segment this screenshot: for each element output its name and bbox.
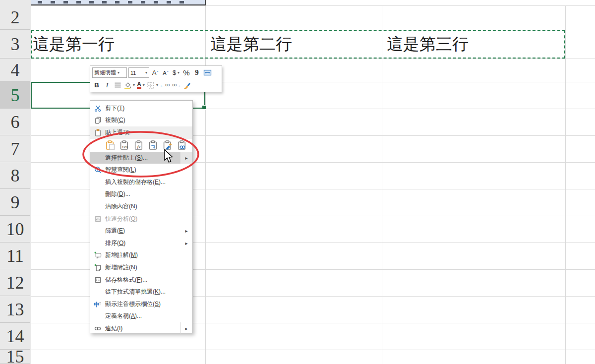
mini-toolbar: 新細明體 ▾ 11 ▾ Aˆ Aˇ $ ▾ % 9 xyxy=(90,65,222,92)
row-header-2[interactable]: 2 xyxy=(0,5,30,30)
menu-item-quick-analysis: 快速分析(Q) xyxy=(90,213,192,225)
italic-button[interactable]: I xyxy=(103,80,112,90)
row1-partial-cell[interactable] xyxy=(31,0,206,5)
paste-transpose-icon xyxy=(148,140,159,150)
submenu-arrow-icon: ▸ xyxy=(180,322,192,335)
menu-item-define-name[interactable]: 定義名稱(A)... xyxy=(90,310,192,323)
row-header-10[interactable]: 10 xyxy=(0,216,30,243)
font-name-value: 新細明體 xyxy=(94,69,116,76)
svg-text:中: 中 xyxy=(94,301,99,307)
menu-item-show-phonetic[interactable]: 中顯示注音標示欄位(S) xyxy=(90,298,192,310)
copy-icon xyxy=(90,117,105,124)
smart-lookup-icon: i xyxy=(90,166,105,174)
cell-C3[interactable]: 這是第三行 xyxy=(387,30,563,59)
gridline-vertical xyxy=(205,5,206,364)
menu-item-label: 刪除(D)... xyxy=(105,190,180,198)
menu-item-label: 從下拉式清單挑選(K)... xyxy=(105,288,180,296)
fill-handle[interactable] xyxy=(202,105,206,110)
paste-values-icon: 123 xyxy=(119,140,130,150)
menu-item-new-comment[interactable]: 新增註解(M) xyxy=(90,249,192,262)
row-header-6[interactable]: 6 xyxy=(0,109,30,135)
font-size-select[interactable]: 11 ▾ xyxy=(128,67,149,78)
font-color-button[interactable]: A ▾ xyxy=(136,80,145,90)
cell-A3[interactable]: 這是第一行 xyxy=(33,30,203,59)
menu-item-label: 貼上選項: xyxy=(105,128,180,137)
chevron-down-icon: ▾ xyxy=(145,70,147,75)
gridline-horizontal xyxy=(31,5,595,6)
chevron-down-icon: ▾ xyxy=(156,83,158,87)
center-align-button[interactable] xyxy=(113,80,122,90)
shrink-font-label: A xyxy=(163,70,166,76)
dollar-icon: $ xyxy=(173,69,176,76)
row-header-5[interactable]: 5 xyxy=(0,82,30,109)
menu-item-paste-special[interactable]: 選擇性貼上(S)...▸ xyxy=(90,152,192,164)
accounting-format-button[interactable]: $ ▾ xyxy=(172,68,180,78)
paste-formulas-button[interactable]: fx xyxy=(133,140,144,151)
gridline-horizontal xyxy=(31,59,595,59)
menu-item-new-note[interactable]: 新增附註(N) xyxy=(90,261,192,274)
font-color-icon: A xyxy=(137,81,141,89)
menu-item-filter[interactable]: 篩選(E)▸ xyxy=(90,225,192,237)
paste-link-icon xyxy=(177,140,187,150)
row-header-15[interactable]: 15 xyxy=(0,350,30,364)
menu-item-label: 篩選(E) xyxy=(105,227,180,235)
menu-item-format-cells[interactable]: 儲存格格式(F)... xyxy=(90,274,192,286)
paste-options-row: 123fx xyxy=(90,139,192,152)
cell-B3[interactable]: 這是第二行 xyxy=(210,30,380,59)
comma-style-button[interactable]: 9 xyxy=(192,68,201,78)
chevron-down-icon: ▾ xyxy=(133,83,135,87)
menu-item-delete[interactable]: 刪除(D)... xyxy=(90,188,192,201)
bold-button[interactable]: B xyxy=(92,80,101,90)
autofit-button[interactable] xyxy=(203,68,212,78)
menu-item-copy[interactable]: 複製(C) xyxy=(90,115,192,127)
paste-formatting-icon xyxy=(163,140,173,150)
font-name-select[interactable]: 新細明體 ▾ xyxy=(92,67,127,78)
comment-icon xyxy=(90,251,105,259)
clipboard-icon xyxy=(90,129,105,136)
row-header-14[interactable]: 14 xyxy=(0,323,30,350)
bold-label: B xyxy=(94,81,99,89)
menu-item-label: 智慧查閱(L) xyxy=(105,166,180,174)
menu-item-smart-lookup[interactable]: i智慧查閱(L) xyxy=(90,164,192,176)
fill-color-button[interactable]: ▾ xyxy=(123,80,135,90)
row-header-9[interactable]: 9 xyxy=(0,189,30,216)
row-header-11[interactable]: 11 xyxy=(0,243,30,269)
paste-formatting-button[interactable] xyxy=(162,140,173,151)
format-cells-icon xyxy=(90,276,105,284)
row-header-8[interactable]: 8 xyxy=(0,162,30,189)
row-header-7[interactable]: 7 xyxy=(0,135,30,162)
paste-link-button[interactable] xyxy=(177,140,187,151)
format-painter-button[interactable] xyxy=(182,80,191,90)
increase-decimal-label: .00 xyxy=(171,83,177,87)
paste-values-button[interactable]: 123 xyxy=(119,140,130,151)
paste-keep-source-formatting-button[interactable] xyxy=(105,140,116,151)
paste-transpose-button[interactable] xyxy=(148,140,159,151)
menu-item-link[interactable]: 連結(I)▸ xyxy=(90,322,192,335)
excel-spreadsheet: 23456789101112131415 這是第一行這是第二行這是第三行 新細明… xyxy=(0,0,595,364)
svg-text:fx: fx xyxy=(137,145,140,150)
menu-item-label: 插入複製的儲存格(E)... xyxy=(105,178,180,186)
row-header-4[interactable]: 4 xyxy=(0,59,30,82)
decrease-decimal-button[interactable]: ←.00 xyxy=(160,80,170,90)
borders-button[interactable]: ▾ xyxy=(147,80,158,90)
row-header-3[interactable]: 3 xyxy=(0,30,30,59)
menu-item-insert-copied-cells[interactable]: 插入複製的儲存格(E)... xyxy=(90,176,192,188)
autofit-icon xyxy=(203,68,212,77)
shrink-font-button[interactable]: Aˇ xyxy=(161,68,170,78)
comma-icon: 9 xyxy=(195,68,199,77)
mini-toolbar-row2: B I ▾ A ▾ ▾ xyxy=(92,79,220,91)
svg-text:123: 123 xyxy=(121,146,127,149)
increase-decimal-button[interactable]: .00→ xyxy=(171,80,181,90)
menu-item-paste-options-header: 貼上選項: xyxy=(90,126,192,139)
font-size-value: 11 xyxy=(130,70,136,76)
menu-item-clear-contents[interactable]: 清除內容(N) xyxy=(90,200,192,213)
percent-icon: % xyxy=(183,68,189,77)
percent-style-button[interactable]: % xyxy=(182,68,191,78)
row-header-12[interactable]: 12 xyxy=(0,269,30,296)
menu-item-sort[interactable]: 排序(O)▸ xyxy=(90,237,192,249)
menu-item-cut[interactable]: 剪下(T) xyxy=(90,102,192,115)
grow-font-button[interactable]: Aˆ xyxy=(151,68,160,78)
row-header-13[interactable]: 13 xyxy=(0,296,30,323)
menu-item-label: 新增附註(N) xyxy=(105,263,180,272)
menu-item-pick-from-list[interactable]: 從下拉式清單挑選(K)... xyxy=(90,286,192,298)
